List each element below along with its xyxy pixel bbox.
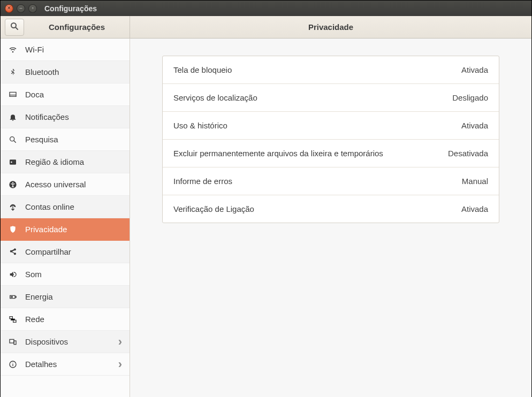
chevron-right-icon: › <box>118 335 122 349</box>
row-value: Desligado <box>452 93 488 102</box>
sidebar-item-label: Compartilhar <box>25 247 122 256</box>
devices-icon <box>8 337 18 347</box>
sidebar-item-details[interactable]: Detalhes› <box>1 353 130 376</box>
row-value: Ativada <box>461 121 488 130</box>
search-button[interactable] <box>5 19 24 36</box>
sidebar-item-label: Contas online <box>25 202 122 211</box>
svg-rect-4 <box>10 159 16 164</box>
region-icon <box>8 157 18 167</box>
sidebar-item-label: Região & idioma <box>25 157 122 166</box>
details-icon <box>8 360 18 369</box>
sidebar-item-online[interactable]: Contas online <box>1 196 130 218</box>
row-value: Ativada <box>461 204 488 213</box>
svg-line-1 <box>16 27 18 29</box>
row-name: Serviços de localização <box>173 93 257 102</box>
svg-point-2 <box>10 136 14 141</box>
sidebar-item-devices[interactable]: Dispositivos› <box>1 331 130 353</box>
sidebar-header-title: Configurações <box>28 22 125 32</box>
notifications-icon <box>8 112 18 122</box>
sidebar-item-label: Doca <box>25 90 122 99</box>
svg-point-7 <box>12 182 13 183</box>
row-value: Desativada <box>448 149 488 158</box>
row-name: Tela de bloqueio <box>173 65 232 74</box>
content-header-title: Privacidade <box>130 16 531 39</box>
search-icon <box>10 22 19 32</box>
sidebar-item-label: Detalhes <box>25 360 111 369</box>
sidebar-item-label: Som <box>25 270 122 279</box>
sidebar-item-sound[interactable]: Som <box>1 263 130 286</box>
privacy-row[interactable]: Informe de errosManual <box>163 167 499 195</box>
svg-rect-12 <box>14 341 16 345</box>
window-minimize-button[interactable]: – <box>17 4 25 13</box>
sharing-icon <box>8 247 18 257</box>
sidebar-item-privacy[interactable]: Privacidade <box>1 218 130 241</box>
svg-point-5 <box>11 161 12 163</box>
search-icon <box>8 135 18 144</box>
privacy-panel: Tela de bloqueioAtivadaServiços de local… <box>162 56 499 223</box>
privacy-row[interactable]: Excluir permanentemente arquivos da lixe… <box>163 140 499 167</box>
wifi-icon <box>8 45 18 55</box>
privacy-icon <box>8 225 18 234</box>
sidebar-item-universal[interactable]: Acesso universal <box>1 173 130 196</box>
sidebar-item-power[interactable]: Energia <box>1 286 130 308</box>
sidebar-item-label: Acesso universal <box>25 180 122 189</box>
row-name: Informe de erros <box>173 177 232 186</box>
sidebar-item-dock[interactable]: Doca <box>1 83 130 106</box>
sidebar-item-sharing[interactable]: Compartilhar <box>1 241 130 263</box>
svg-point-15 <box>12 362 13 363</box>
network-icon <box>8 315 18 324</box>
privacy-row[interactable]: Serviços de localizaçãoDesligado <box>163 84 499 112</box>
sidebar: Wi-FiBluetoothDocaNotificaçõesPesquisaRe… <box>1 39 130 397</box>
sidebar-item-label: Privacidade <box>25 225 122 234</box>
svg-rect-8 <box>11 296 13 297</box>
body: Wi-FiBluetoothDocaNotificaçõesPesquisaRe… <box>1 39 531 397</box>
row-value: Manual <box>462 177 488 186</box>
sidebar-item-label: Notificações <box>25 112 122 121</box>
header-bar: Configurações Privacidade <box>1 16 531 39</box>
power-icon <box>8 292 18 302</box>
privacy-row[interactable]: Tela de bloqueioAtivada <box>163 56 499 84</box>
svg-line-3 <box>14 141 16 142</box>
sidebar-item-label: Wi-Fi <box>25 45 122 54</box>
svg-rect-9 <box>10 316 12 318</box>
header-left: Configurações <box>1 16 130 39</box>
sidebar-item-label: Pesquisa <box>25 135 122 144</box>
row-name: Verificação de Ligação <box>173 204 254 213</box>
settings-window: ✕ – ▫ Configurações Configurações Privac… <box>0 0 532 397</box>
sidebar-item-label: Bluetooth <box>25 67 122 77</box>
sound-icon <box>8 270 18 279</box>
window-titlebar: ✕ – ▫ Configurações <box>1 1 531 16</box>
sidebar-item-bluetooth[interactable]: Bluetooth <box>1 61 130 83</box>
online-icon <box>8 202 18 212</box>
row-name: Excluir permanentemente arquivos da lixe… <box>173 149 383 158</box>
bluetooth-icon <box>8 67 18 77</box>
content-area: Tela de bloqueioAtivadaServiços de local… <box>130 39 531 397</box>
window-close-button[interactable]: ✕ <box>5 4 13 13</box>
chevron-right-icon: › <box>118 357 122 371</box>
row-name: Uso & histórico <box>173 121 227 130</box>
sidebar-item-label: Rede <box>25 315 122 324</box>
window-title: Configurações <box>44 4 97 13</box>
sidebar-item-network[interactable]: Rede <box>1 308 130 331</box>
privacy-row[interactable]: Uso & históricoAtivada <box>163 112 499 140</box>
universal-icon <box>8 180 18 189</box>
sidebar-item-label: Dispositivos <box>25 337 111 346</box>
sidebar-item-region[interactable]: Região & idioma <box>1 151 130 173</box>
row-value: Ativada <box>461 65 488 74</box>
sidebar-item-notifications[interactable]: Notificações <box>1 106 130 128</box>
sidebar-item-search[interactable]: Pesquisa <box>1 128 130 151</box>
window-maximize-button[interactable]: ▫ <box>28 4 37 13</box>
svg-rect-11 <box>10 339 14 343</box>
sidebar-item-label: Energia <box>25 292 122 301</box>
privacy-row[interactable]: Verificação de LigaçãoAtivada <box>163 195 499 223</box>
dock-icon <box>8 90 18 100</box>
sidebar-item-wifi[interactable]: Wi-Fi <box>1 39 130 61</box>
